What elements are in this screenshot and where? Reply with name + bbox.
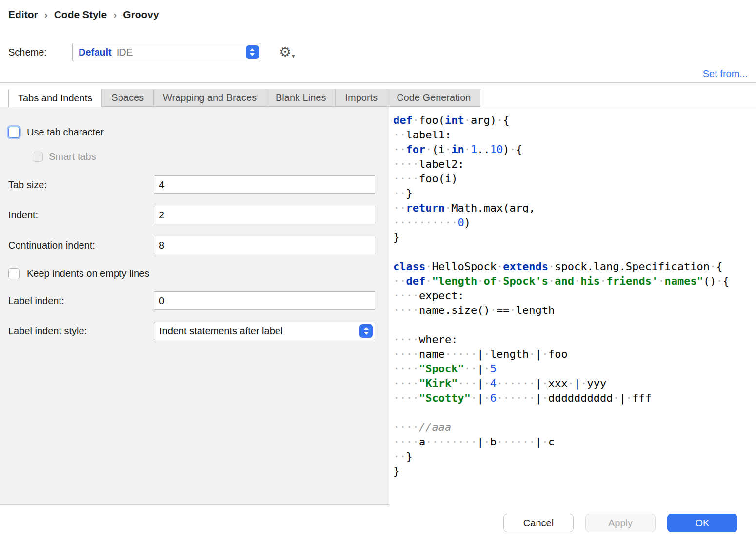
code-line: ····foo(i) [393, 172, 756, 186]
code-line [393, 406, 756, 420]
combo-stepper-icon [359, 324, 373, 338]
scheme-value: Default [79, 47, 112, 58]
cancel-button[interactable]: Cancel [503, 514, 574, 532]
settings-window: Editor › Code Style › Groovy Scheme: Def… [0, 0, 756, 541]
code-line: ····label2: [393, 157, 756, 172]
code-line: ····"Scotty"·|·6······|·dddddddddd·|·fff [393, 391, 756, 406]
scheme-label: Scheme: [8, 47, 47, 58]
continuation-indent-row: Continuation indent: [8, 236, 375, 254]
tab-imports[interactable]: Imports [336, 89, 387, 107]
tab-size-label: Tab size: [8, 179, 154, 191]
keep-indents-label: Keep indents on empty lines [27, 268, 149, 279]
code-line: class·HelloSpock·extends·spock.lang.Spec… [393, 259, 756, 274]
code-line: ··} [393, 449, 756, 464]
smart-tabs-row: Smart tabs [33, 150, 375, 163]
code-line: } [393, 464, 756, 479]
code-line: ····"Kirk"···|·4······|·xxx·|·yyy [393, 376, 756, 391]
keep-indents-checkbox[interactable] [8, 268, 20, 279]
label-indent-label: Label indent: [8, 295, 154, 307]
code-line: def·foo(int·arg)·{ [393, 113, 756, 128]
ok-button[interactable]: OK [667, 514, 737, 532]
indent-label: Indent: [8, 210, 154, 221]
label-indent-row: Label indent: [8, 291, 375, 310]
smart-tabs-label: Smart tabs [49, 151, 96, 162]
code-line: ····"Spock"··|·5 [393, 362, 756, 376]
code-line: ··for·(i·in·1..10)·{ [393, 142, 756, 157]
keep-indents-row: Keep indents on empty lines [8, 266, 375, 281]
code-line: ····name·····|·length·|·foo [393, 347, 756, 362]
tab-tabs-and-indents[interactable]: Tabs and Indents [8, 89, 102, 107]
breadcrumb-item-editor[interactable]: Editor [8, 9, 38, 20]
code-line: ··return·Math.max(arg, [393, 201, 756, 215]
gear-icon: ⚙ [279, 45, 291, 59]
code-line: ····where: [393, 332, 756, 347]
scheme-value-suffix: IDE [117, 47, 133, 58]
tab-blank-lines[interactable]: Blank Lines [266, 89, 336, 107]
breadcrumb-item-code-style[interactable]: Code Style [54, 9, 107, 20]
apply-button[interactable]: Apply [585, 514, 656, 532]
indent-row: Indent: [8, 206, 375, 224]
code-line [393, 245, 756, 259]
settings-form-panel: Use tab character Smart tabs Tab size: I… [0, 107, 389, 505]
indent-input[interactable] [154, 206, 375, 224]
code-line: ····expect: [393, 289, 756, 303]
code-line: ····//aaa [393, 420, 756, 435]
scheme-actions-button[interactable]: ⚙ ▾ [279, 45, 295, 59]
content: Use tab character Smart tabs Tab size: I… [0, 107, 756, 505]
code-line [393, 318, 756, 332]
label-indent-style-row: Label indent style: Indent statements af… [8, 322, 375, 340]
tab-bar: Tabs and IndentsSpacesWrapping and Brace… [0, 89, 756, 107]
smart-tabs-checkbox [33, 152, 43, 162]
tab-code-generation[interactable]: Code Generation [387, 89, 480, 107]
set-from-link[interactable]: Set from... [703, 68, 748, 79]
code-line: ····name.size()·==·length [393, 303, 756, 318]
combo-stepper-icon [246, 45, 259, 59]
tab-wrapping-and-braces[interactable]: Wrapping and Braces [154, 89, 266, 107]
chevron-up-icon [364, 327, 369, 330]
use-tab-character-row: Use tab character [8, 125, 375, 139]
code-line: } [393, 230, 756, 245]
label-indent-style-select[interactable]: Indent statements after label [154, 322, 375, 340]
chevron-down-icon [364, 332, 369, 335]
use-tab-character-label: Use tab character [27, 127, 104, 138]
use-tab-character-checkbox[interactable] [8, 127, 20, 138]
tab-size-row: Tab size: [8, 175, 375, 194]
header: Editor › Code Style › Groovy Scheme: Def… [0, 0, 756, 83]
scheme-row: Scheme: Default IDE ⚙ ▾ [8, 43, 295, 61]
chevron-down-icon: ▾ [292, 53, 295, 59]
breadcrumb-separator-icon: › [113, 9, 117, 20]
chevron-up-icon [250, 48, 255, 51]
label-indent-style-label: Label indent style: [8, 326, 154, 337]
code-line: ··} [393, 186, 756, 201]
scheme-select[interactable]: Default IDE [72, 43, 261, 61]
label-indent-style-value: Indent statements after label [159, 326, 282, 337]
breadcrumb-item-groovy: Groovy [123, 9, 159, 20]
tab-spaces[interactable]: Spaces [102, 89, 154, 107]
continuation-indent-input[interactable] [154, 236, 375, 254]
code-line: ··········0) [393, 215, 756, 230]
code-preview[interactable]: def·foo(int·arg)·{··label1:··for·(i·in·1… [389, 107, 756, 505]
code-line: ····a········|·b······|·c [393, 435, 756, 449]
tab-size-input[interactable] [154, 175, 375, 194]
label-indent-input[interactable] [154, 291, 375, 310]
breadcrumb: Editor › Code Style › Groovy [8, 9, 159, 20]
chevron-down-icon [250, 53, 255, 56]
continuation-indent-label: Continuation indent: [8, 240, 154, 251]
code-line: ··label1: [393, 128, 756, 142]
breadcrumb-separator-icon: › [44, 9, 48, 20]
code-line: ··def·"length·of·Spock's·and·his·friends… [393, 274, 756, 289]
footer: Cancel Apply OK [0, 505, 756, 541]
